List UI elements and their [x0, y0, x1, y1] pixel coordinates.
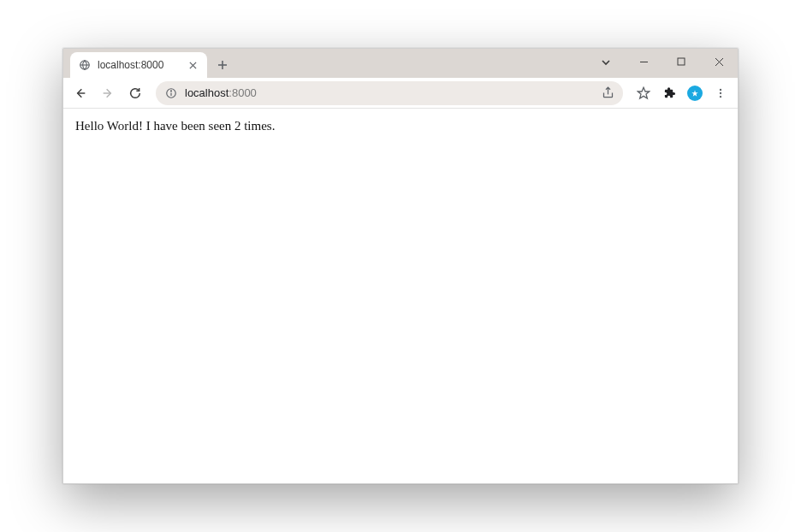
reload-button[interactable] [123, 81, 147, 105]
svg-marker-15 [638, 87, 649, 98]
maximize-button[interactable] [662, 49, 700, 74]
profile-button[interactable] [683, 81, 707, 105]
url-rest: :8000 [228, 86, 257, 99]
forward-button[interactable] [96, 81, 120, 105]
toolbar: localhost:8000 [63, 78, 738, 109]
minimize-button[interactable] [625, 49, 662, 74]
extensions-button[interactable] [657, 81, 681, 105]
svg-point-17 [720, 92, 721, 93]
svg-rect-6 [678, 58, 685, 65]
page-body-text: Hello World! I have been seen 2 times. [75, 119, 275, 133]
url-host: localhost [185, 86, 228, 99]
globe-icon [79, 59, 91, 71]
tab-active[interactable]: localhost:8000 [70, 52, 207, 78]
svg-point-16 [720, 88, 721, 90]
close-tab-button[interactable] [187, 59, 199, 71]
profile-avatar-icon [687, 86, 703, 101]
tab-search-button[interactable] [594, 54, 618, 71]
url-text: localhost:8000 [185, 86, 594, 99]
back-button[interactable] [68, 81, 92, 105]
menu-button[interactable] [709, 81, 733, 105]
new-tab-button[interactable] [211, 53, 234, 77]
bookmark-button[interactable] [632, 81, 656, 105]
address-bar[interactable]: localhost:8000 [156, 81, 623, 105]
page-content: Hello World! I have been seen 2 times. [63, 109, 738, 483]
close-window-button[interactable] [700, 49, 738, 74]
svg-point-13 [171, 90, 172, 91]
site-info-icon[interactable] [164, 86, 178, 100]
browser-window: localhost:8000 [62, 48, 739, 484]
tab-title: localhost:8000 [98, 59, 180, 71]
titlebar: localhost:8000 [63, 49, 738, 78]
share-icon[interactable] [601, 86, 614, 100]
tab-strip: localhost:8000 [63, 49, 234, 78]
svg-point-18 [720, 95, 721, 97]
toolbar-right [632, 81, 733, 105]
window-controls [625, 49, 738, 74]
